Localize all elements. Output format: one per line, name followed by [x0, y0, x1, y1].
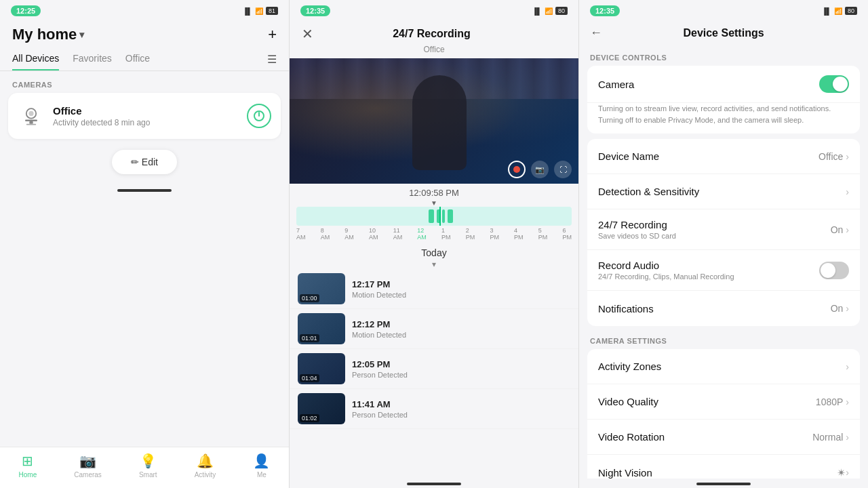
wifi-icon-2: 📶: [545, 7, 553, 15]
timeline-bar[interactable]: [296, 207, 572, 226]
tl-12am: 12AM: [417, 227, 427, 241]
activity-zones-label: Activity Zones: [598, 361, 846, 372]
timeline[interactable]: ▼ 7AM 8AM 9AM 10AM 11AM 12AM 1PM 2PM 3PM…: [290, 199, 578, 242]
activity-zones-row[interactable]: Activity Zones ›: [587, 349, 860, 384]
camera-toggle-row[interactable]: Camera: [587, 66, 860, 103]
clip-time-4: 11:41 AM: [352, 399, 570, 409]
menu-icon[interactable]: ☰: [267, 53, 277, 66]
activity-segment-1: [429, 209, 434, 223]
video-rotation-label: Video Rotation: [598, 431, 812, 443]
video-rotation-row[interactable]: Video Rotation Normal ›: [587, 420, 860, 455]
device-settings-card: Device Name Office › Detection & Sensiti…: [587, 139, 860, 326]
notifications-row[interactable]: Notifications On ›: [587, 291, 860, 326]
camera-toggle[interactable]: [819, 75, 849, 93]
notifications-label-wrap: Notifications: [598, 303, 831, 314]
nav-cameras[interactable]: 📷 Cameras: [74, 453, 102, 479]
status-icons-1: ▐▌ 📶 81: [243, 7, 278, 15]
clip-event-2: Motion Detected: [352, 331, 570, 339]
tl-2pm: 2PM: [466, 227, 475, 241]
clip-duration-3: 01:04: [300, 374, 319, 382]
home-nav-label: Home: [19, 471, 37, 479]
clip-duration-1: 01:00: [300, 294, 319, 302]
home-title-row[interactable]: My home ▾: [12, 26, 84, 43]
nav-activity[interactable]: 🔔 Activity: [195, 453, 216, 479]
clip-list: 01:00 12:17 PM Motion Detected 01:01 12:…: [290, 269, 578, 479]
night-vision-row[interactable]: Night Vision ✴ ›: [587, 455, 860, 479]
battery-3: 80: [845, 7, 857, 15]
camera-card-office[interactable]: Office Activity detected 8 min ago: [8, 93, 281, 139]
home-indicator-3: [696, 483, 751, 485]
svg-rect-4: [26, 124, 36, 125]
camera-capture-button[interactable]: 📷: [531, 161, 549, 178]
video-quality-label-wrap: Video Quality: [598, 396, 816, 407]
edit-button[interactable]: ✏ Edit: [112, 150, 177, 174]
record-button[interactable]: [508, 161, 526, 178]
settings-title: Device Settings: [610, 27, 837, 39]
timeline-labels: 7AM 8AM 9AM 10AM 11AM 12AM 1PM 2PM 3PM 4…: [296, 226, 572, 242]
clip-item-3[interactable]: 01:04 12:05 PM Person Detected: [290, 349, 578, 389]
clip-item-1[interactable]: 01:00 12:17 PM Motion Detected: [290, 269, 578, 309]
camera-label-wrap: Camera: [598, 79, 819, 90]
video-rotation-value: Normal: [812, 432, 843, 443]
signal-icon-2: ▐▌: [532, 7, 542, 15]
nav-home[interactable]: ⊞ Home: [19, 453, 37, 479]
video-quality-row[interactable]: Video Quality 1080P ›: [587, 384, 860, 420]
person-silhouette: [412, 75, 467, 170]
tab-office[interactable]: Office: [125, 47, 150, 70]
camera-feed[interactable]: 📷 ⛶: [290, 58, 578, 184]
home-nav-icon: ⊞: [22, 453, 33, 469]
status-bar-2: 12:35 ▐▌ 📶 80: [290, 0, 578, 20]
camera-icon-wrap: [18, 102, 45, 129]
settings-header: ← Device Settings: [579, 20, 868, 44]
signal-icon-3: ▐▌: [822, 7, 831, 15]
audio-sub: 24/7 Recording, Clips, Manual Recording: [598, 272, 819, 281]
me-nav-icon: 👤: [253, 453, 270, 469]
clip-time-3: 12:05 PM: [352, 359, 570, 369]
clip-info-3: 12:05 PM Person Detected: [352, 359, 570, 379]
activity-zones-chevron: ›: [846, 361, 849, 372]
audio-row[interactable]: Record Audio 24/7 Recording, Clips, Manu…: [587, 250, 860, 291]
device-name-label-wrap: Device Name: [598, 150, 818, 162]
fullscreen-button[interactable]: ⛶: [554, 161, 572, 178]
svg-rect-2: [25, 119, 37, 121]
timestamp: 12:09:58 PM: [290, 184, 578, 199]
recording-sub: Save videos to SD card: [598, 232, 831, 240]
timeline-pointer: ▼: [296, 199, 572, 207]
recording-row[interactable]: 24/7 Recording Save videos to SD card On…: [587, 209, 860, 250]
timeline-current: [439, 207, 441, 226]
home-header: My home ▾ +: [0, 20, 289, 47]
power-icon: [253, 110, 265, 122]
time-2: 12:35: [300, 5, 330, 16]
home-indicator-1: [117, 189, 172, 192]
add-device-button[interactable]: +: [268, 26, 277, 43]
device-name-row[interactable]: Device Name Office ›: [587, 139, 860, 174]
screen-home: 12:25 ▐▌ 📶 81 My home ▾ + All Devices Fa…: [0, 0, 289, 488]
power-button[interactable]: [247, 104, 271, 128]
detection-row[interactable]: Detection & Sensitivity ›: [587, 174, 860, 209]
recording-header: ✕ 24/7 Recording: [290, 20, 578, 45]
night-vision-label: Night Vision: [598, 467, 837, 479]
audio-toggle[interactable]: [819, 262, 849, 279]
nav-smart[interactable]: 💡 Smart: [139, 453, 157, 479]
back-button[interactable]: ←: [590, 26, 602, 40]
clip-item-4[interactable]: 01:02 11:41 AM Person Detected: [290, 389, 578, 429]
clip-info-2: 12:12 PM Motion Detected: [352, 319, 570, 339]
night-vision-label-wrap: Night Vision: [598, 467, 837, 479]
clip-item-2[interactable]: 01:01 12:12 PM Motion Detected: [290, 309, 578, 349]
tab-all-devices[interactable]: All Devices: [12, 47, 59, 70]
clip-duration-4: 01:02: [300, 414, 319, 422]
screen-settings: 12:35 ▐▌ 📶 80 ← Device Settings DEVICE C…: [578, 0, 868, 488]
tl-9am: 9AM: [344, 227, 354, 241]
tl-6pm: 6PM: [562, 227, 572, 241]
activity-segment-3: [442, 209, 445, 223]
tab-favorites[interactable]: Favorites: [73, 47, 112, 70]
close-button[interactable]: ✕: [302, 26, 313, 42]
device-name-chevron: ›: [846, 151, 849, 162]
night-vision-chevron: ›: [846, 467, 849, 478]
clip-event-3: Person Detected: [352, 371, 570, 379]
nav-me[interactable]: 👤 Me: [253, 453, 270, 479]
video-quality-chevron: ›: [846, 396, 849, 407]
tl-3pm: 3PM: [490, 227, 499, 241]
today-arrow-icon: ▾: [290, 260, 578, 269]
clip-event-1: Motion Detected: [352, 291, 570, 299]
